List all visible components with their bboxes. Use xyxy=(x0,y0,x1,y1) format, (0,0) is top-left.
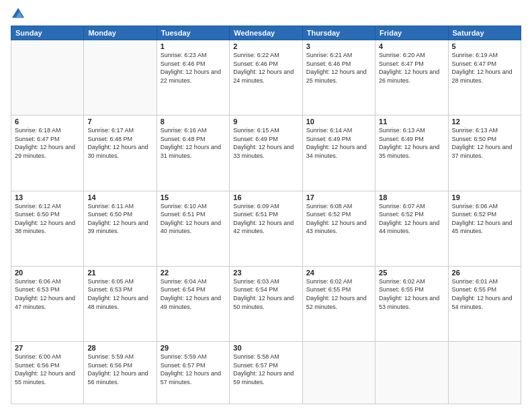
calendar-cell: 30Sunrise: 5:58 AM Sunset: 6:57 PM Dayli… xyxy=(230,342,302,404)
calendar-cell: 9Sunrise: 6:15 AM Sunset: 6:49 PM Daylig… xyxy=(230,116,302,191)
calendar-cell: 21Sunrise: 6:05 AM Sunset: 6:53 PM Dayli… xyxy=(84,266,157,341)
calendar-cell: 28Sunrise: 5:59 AM Sunset: 6:56 PM Dayli… xyxy=(84,342,157,404)
calendar-cell: 6Sunrise: 6:18 AM Sunset: 6:47 PM Daylig… xyxy=(11,116,84,191)
day-info: Sunrise: 6:00 AM Sunset: 6:56 PM Dayligh… xyxy=(15,353,80,386)
day-number: 18 xyxy=(379,193,444,201)
weekday-header-wednesday: Wednesday xyxy=(230,26,302,40)
day-info: Sunrise: 6:13 AM Sunset: 6:50 PM Dayligh… xyxy=(452,126,517,160)
day-info: Sunrise: 6:05 AM Sunset: 6:53 PM Dayligh… xyxy=(87,277,152,311)
calendar-cell xyxy=(84,40,157,116)
calendar-cell: 29Sunrise: 5:59 AM Sunset: 6:57 PM Dayli… xyxy=(157,342,229,404)
day-info: Sunrise: 5:58 AM Sunset: 6:57 PM Dayligh… xyxy=(233,353,298,386)
calendar-cell xyxy=(448,342,521,404)
calendar-week-2: 6Sunrise: 6:18 AM Sunset: 6:47 PM Daylig… xyxy=(11,116,521,191)
day-info: Sunrise: 6:01 AM Sunset: 6:55 PM Dayligh… xyxy=(452,277,517,311)
calendar-table: SundayMondayTuesdayWednesdayThursdayFrid… xyxy=(11,26,521,404)
calendar-cell: 14Sunrise: 6:11 AM Sunset: 6:50 PM Dayli… xyxy=(84,191,157,266)
calendar-cell: 4Sunrise: 6:20 AM Sunset: 6:47 PM Daylig… xyxy=(375,40,448,116)
calendar-cell: 15Sunrise: 6:10 AM Sunset: 6:51 PM Dayli… xyxy=(157,191,229,266)
calendar-week-1: 1Sunrise: 6:23 AM Sunset: 6:46 PM Daylig… xyxy=(11,40,521,116)
calendar-cell xyxy=(11,40,84,116)
day-number: 30 xyxy=(233,344,298,352)
page: SundayMondayTuesdayWednesdayThursdayFrid… xyxy=(0,0,532,411)
day-number: 5 xyxy=(452,42,517,50)
day-info: Sunrise: 6:15 AM Sunset: 6:49 PM Dayligh… xyxy=(233,126,298,160)
day-info: Sunrise: 6:04 AM Sunset: 6:54 PM Dayligh… xyxy=(161,277,226,311)
calendar-cell: 19Sunrise: 6:06 AM Sunset: 6:52 PM Dayli… xyxy=(448,191,521,266)
day-number: 26 xyxy=(452,269,517,277)
calendar-week-3: 13Sunrise: 6:12 AM Sunset: 6:50 PM Dayli… xyxy=(11,191,521,266)
day-info: Sunrise: 6:02 AM Sunset: 6:55 PM Dayligh… xyxy=(306,277,371,311)
day-number: 16 xyxy=(233,193,298,201)
day-number: 21 xyxy=(87,269,152,277)
day-info: Sunrise: 6:23 AM Sunset: 6:46 PM Dayligh… xyxy=(161,51,226,85)
weekday-row: SundayMondayTuesdayWednesdayThursdayFrid… xyxy=(11,26,521,40)
day-info: Sunrise: 6:14 AM Sunset: 6:49 PM Dayligh… xyxy=(306,126,371,160)
calendar-cell: 10Sunrise: 6:14 AM Sunset: 6:49 PM Dayli… xyxy=(302,116,375,191)
calendar-cell: 2Sunrise: 6:22 AM Sunset: 6:46 PM Daylig… xyxy=(230,40,302,116)
day-info: Sunrise: 6:07 AM Sunset: 6:52 PM Dayligh… xyxy=(379,202,444,236)
day-info: Sunrise: 6:03 AM Sunset: 6:54 PM Dayligh… xyxy=(233,277,298,311)
calendar-cell: 5Sunrise: 6:19 AM Sunset: 6:47 PM Daylig… xyxy=(448,40,521,116)
day-info: Sunrise: 6:19 AM Sunset: 6:47 PM Dayligh… xyxy=(452,51,517,85)
calendar-cell: 23Sunrise: 6:03 AM Sunset: 6:54 PM Dayli… xyxy=(230,266,302,341)
weekday-header-friday: Friday xyxy=(375,26,448,40)
calendar-cell: 11Sunrise: 6:13 AM Sunset: 6:49 PM Dayli… xyxy=(375,116,448,191)
day-number: 27 xyxy=(15,344,80,352)
calendar-week-5: 27Sunrise: 6:00 AM Sunset: 6:56 PM Dayli… xyxy=(11,342,521,404)
day-info: Sunrise: 6:16 AM Sunset: 6:48 PM Dayligh… xyxy=(161,126,226,160)
day-number: 2 xyxy=(233,42,298,50)
calendar-cell: 1Sunrise: 6:23 AM Sunset: 6:46 PM Daylig… xyxy=(157,40,229,116)
calendar-cell: 25Sunrise: 6:02 AM Sunset: 6:55 PM Dayli… xyxy=(375,266,448,341)
day-info: Sunrise: 6:06 AM Sunset: 6:53 PM Dayligh… xyxy=(15,277,80,311)
weekday-header-thursday: Thursday xyxy=(302,26,375,40)
calendar-cell: 20Sunrise: 6:06 AM Sunset: 6:53 PM Dayli… xyxy=(11,266,84,341)
calendar-cell xyxy=(375,342,448,404)
calendar-cell: 16Sunrise: 6:09 AM Sunset: 6:51 PM Dayli… xyxy=(230,191,302,266)
day-number: 14 xyxy=(87,193,152,201)
weekday-header-sunday: Sunday xyxy=(11,26,84,40)
calendar-cell: 12Sunrise: 6:13 AM Sunset: 6:50 PM Dayli… xyxy=(448,116,521,191)
day-number: 23 xyxy=(233,269,298,277)
calendar-cell: 27Sunrise: 6:00 AM Sunset: 6:56 PM Dayli… xyxy=(11,342,84,404)
day-info: Sunrise: 6:18 AM Sunset: 6:47 PM Dayligh… xyxy=(15,126,80,160)
calendar-cell: 22Sunrise: 6:04 AM Sunset: 6:54 PM Dayli… xyxy=(157,266,229,341)
day-info: Sunrise: 6:10 AM Sunset: 6:51 PM Dayligh… xyxy=(161,202,226,236)
weekday-header-monday: Monday xyxy=(84,26,157,40)
day-info: Sunrise: 6:11 AM Sunset: 6:50 PM Dayligh… xyxy=(87,202,152,236)
calendar-header: SundayMondayTuesdayWednesdayThursdayFrid… xyxy=(11,26,521,40)
day-number: 12 xyxy=(452,118,517,126)
weekday-header-tuesday: Tuesday xyxy=(157,26,229,40)
day-info: Sunrise: 6:09 AM Sunset: 6:51 PM Dayligh… xyxy=(233,202,298,236)
day-info: Sunrise: 6:20 AM Sunset: 6:47 PM Dayligh… xyxy=(379,51,444,85)
calendar-cell xyxy=(302,342,375,404)
day-number: 24 xyxy=(306,269,371,277)
calendar-body: 1Sunrise: 6:23 AM Sunset: 6:46 PM Daylig… xyxy=(11,40,521,404)
day-number: 13 xyxy=(15,193,80,201)
day-info: Sunrise: 6:08 AM Sunset: 6:52 PM Dayligh… xyxy=(306,202,371,236)
day-info: Sunrise: 6:12 AM Sunset: 6:50 PM Dayligh… xyxy=(15,202,80,236)
calendar-cell: 17Sunrise: 6:08 AM Sunset: 6:52 PM Dayli… xyxy=(302,191,375,266)
day-number: 7 xyxy=(87,118,152,126)
weekday-header-saturday: Saturday xyxy=(448,26,521,40)
day-number: 19 xyxy=(452,193,517,201)
day-number: 29 xyxy=(161,344,226,352)
day-number: 9 xyxy=(233,118,298,126)
calendar-cell: 3Sunrise: 6:21 AM Sunset: 6:46 PM Daylig… xyxy=(302,40,375,116)
calendar-cell: 13Sunrise: 6:12 AM Sunset: 6:50 PM Dayli… xyxy=(11,191,84,266)
header xyxy=(11,7,521,21)
day-info: Sunrise: 6:02 AM Sunset: 6:55 PM Dayligh… xyxy=(379,277,444,311)
calendar-cell: 8Sunrise: 6:16 AM Sunset: 6:48 PM Daylig… xyxy=(157,116,229,191)
day-info: Sunrise: 6:21 AM Sunset: 6:46 PM Dayligh… xyxy=(306,51,371,85)
day-number: 10 xyxy=(306,118,371,126)
day-info: Sunrise: 5:59 AM Sunset: 6:57 PM Dayligh… xyxy=(161,353,226,386)
day-number: 22 xyxy=(161,269,226,277)
day-number: 4 xyxy=(379,42,444,50)
day-number: 6 xyxy=(15,118,80,126)
calendar-cell: 26Sunrise: 6:01 AM Sunset: 6:55 PM Dayli… xyxy=(448,266,521,341)
day-number: 20 xyxy=(15,269,80,277)
calendar-cell: 18Sunrise: 6:07 AM Sunset: 6:52 PM Dayli… xyxy=(375,191,448,266)
day-number: 1 xyxy=(161,42,226,50)
day-info: Sunrise: 6:13 AM Sunset: 6:49 PM Dayligh… xyxy=(379,126,444,160)
day-number: 3 xyxy=(306,42,371,50)
